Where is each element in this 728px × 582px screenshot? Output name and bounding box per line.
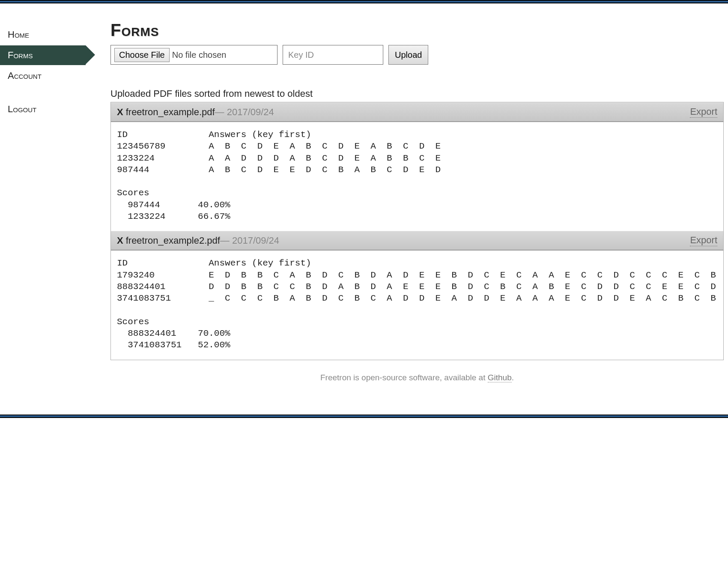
delete-file-button[interactable]: X xyxy=(117,107,123,118)
sidebar-item-logout[interactable]: Logout xyxy=(0,99,86,119)
sidebar-gap xyxy=(0,87,86,99)
upload-row: Choose File No file chosen Upload xyxy=(110,45,724,65)
file-name: freetron_example.pdf xyxy=(126,107,215,118)
choose-file-button[interactable]: Choose File xyxy=(114,48,170,62)
file-block: X freetron_example2.pdf — 2017/09/24 Exp… xyxy=(111,231,723,359)
sidebar-item-account[interactable]: Account xyxy=(0,66,86,86)
export-link[interactable]: Export xyxy=(690,106,717,118)
page-title: Forms xyxy=(110,21,724,40)
upload-button[interactable]: Upload xyxy=(388,45,428,65)
files-list[interactable]: X freetron_example.pdf — 2017/09/24 Expo… xyxy=(110,102,724,360)
export-link[interactable]: Export xyxy=(690,235,717,246)
bottom-accent-bar xyxy=(0,415,728,418)
sidebar-item-home[interactable]: Home xyxy=(0,25,86,45)
sidebar: Home Forms Account Logout xyxy=(0,3,86,415)
file-body: ID Answers (key first) 123456789 A B C D… xyxy=(111,122,723,231)
top-accent-bar xyxy=(0,0,728,3)
file-date: — 2017/09/24 xyxy=(215,107,274,118)
file-header: X freetron_example.pdf — 2017/09/24 Expo… xyxy=(111,102,723,122)
delete-file-button[interactable]: X xyxy=(117,235,123,246)
key-id-input[interactable] xyxy=(283,45,383,65)
file-name: freetron_example2.pdf xyxy=(126,235,220,246)
sidebar-item-forms[interactable]: Forms xyxy=(0,45,86,65)
footer-text-suffix: . xyxy=(512,373,514,382)
footer-text-prefix: Freetron is open-source software, availa… xyxy=(320,373,488,382)
file-body: ID Answers (key first) 1793240 E D B B C… xyxy=(111,251,723,359)
file-block: X freetron_example.pdf — 2017/09/24 Expo… xyxy=(111,102,723,231)
main-container: Home Forms Account Logout Forms Choose F… xyxy=(0,3,728,415)
footer-github-link[interactable]: Github xyxy=(488,373,512,382)
files-subtitle: Uploaded PDF files sorted from newest to… xyxy=(110,88,724,99)
file-date: — 2017/09/24 xyxy=(220,235,279,246)
file-input-box[interactable]: Choose File No file chosen xyxy=(110,45,277,65)
file-header: X freetron_example2.pdf — 2017/09/24 Exp… xyxy=(111,231,723,251)
footer: Freetron is open-source software, availa… xyxy=(110,360,724,390)
main-content: Forms Choose File No file chosen Upload … xyxy=(86,3,728,415)
file-status-text: No file chosen xyxy=(172,50,227,60)
